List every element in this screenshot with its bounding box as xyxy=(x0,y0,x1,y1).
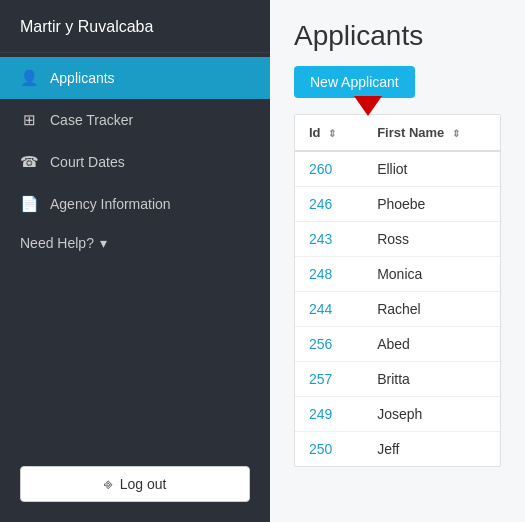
col-id-label: Id xyxy=(309,125,321,140)
sidebar: Martir y Ruvalcaba 👤 Applicants ⊞ Case T… xyxy=(0,0,270,522)
logout-icon: ⎆ xyxy=(104,476,112,492)
user-icon: 👤 xyxy=(20,69,38,87)
cell-first-name: Rachel xyxy=(363,292,500,327)
table-body: 260Elliot246Phoebe243Ross248Monica244Rac… xyxy=(295,151,500,466)
col-id[interactable]: Id ⇕ xyxy=(295,115,363,151)
logout-label: Log out xyxy=(120,476,167,492)
table-row: 256Abed xyxy=(295,327,500,362)
sort-icon: ⇕ xyxy=(328,128,336,139)
arrow-down-icon xyxy=(354,96,382,116)
main-content: Applicants New Applicant Id ⇕ First Name… xyxy=(270,0,525,522)
new-applicant-button[interactable]: New Applicant xyxy=(294,66,415,98)
cell-id[interactable]: 249 xyxy=(295,397,363,432)
cell-id[interactable]: 250 xyxy=(295,432,363,467)
cell-first-name: Abed xyxy=(363,327,500,362)
table-row: 248Monica xyxy=(295,257,500,292)
help-label: Need Help? xyxy=(20,235,94,251)
document-icon: 📄 xyxy=(20,195,38,213)
cell-first-name: Joseph xyxy=(363,397,500,432)
sidebar-item-label: Case Tracker xyxy=(50,112,133,128)
sidebar-item-label: Agency Information xyxy=(50,196,171,212)
cell-id[interactable]: 256 xyxy=(295,327,363,362)
sort-icon: ⇕ xyxy=(452,128,460,139)
applicants-table: Id ⇕ First Name ⇕ 260Elliot246Phoebe243R… xyxy=(295,115,500,466)
cell-id[interactable]: 246 xyxy=(295,187,363,222)
table-row: 243Ross xyxy=(295,222,500,257)
sidebar-bottom: ⎆ Log out xyxy=(0,450,270,522)
table-row: 249Joseph xyxy=(295,397,500,432)
cell-first-name: Elliot xyxy=(363,151,500,187)
cell-id[interactable]: 260 xyxy=(295,151,363,187)
chevron-down-icon: ▾ xyxy=(100,235,107,251)
sidebar-item-case-tracker[interactable]: ⊞ Case Tracker xyxy=(0,99,270,141)
phone-icon: ☎ xyxy=(20,153,38,171)
sidebar-item-court-dates[interactable]: ☎ Court Dates xyxy=(0,141,270,183)
cell-id[interactable]: 257 xyxy=(295,362,363,397)
table-row: 250Jeff xyxy=(295,432,500,467)
cell-first-name: Jeff xyxy=(363,432,500,467)
table-row: 246Phoebe xyxy=(295,187,500,222)
cell-first-name: Britta xyxy=(363,362,500,397)
table-row: 244Rachel xyxy=(295,292,500,327)
table-row: 260Elliot xyxy=(295,151,500,187)
cell-id[interactable]: 243 xyxy=(295,222,363,257)
sidebar-item-label: Applicants xyxy=(50,70,115,86)
sidebar-item-agency-info[interactable]: 📄 Agency Information xyxy=(0,183,270,225)
col-first-name[interactable]: First Name ⇕ xyxy=(363,115,500,151)
sidebar-item-label: Court Dates xyxy=(50,154,125,170)
cell-first-name: Monica xyxy=(363,257,500,292)
cell-first-name: Phoebe xyxy=(363,187,500,222)
grid-icon: ⊞ xyxy=(20,111,38,129)
applicants-table-container: Id ⇕ First Name ⇕ 260Elliot246Phoebe243R… xyxy=(294,114,501,467)
logout-button[interactable]: ⎆ Log out xyxy=(20,466,250,502)
cell-id[interactable]: 248 xyxy=(295,257,363,292)
sidebar-brand: Martir y Ruvalcaba xyxy=(0,0,270,53)
table-header-row: Id ⇕ First Name ⇕ xyxy=(295,115,500,151)
page-title: Applicants xyxy=(294,20,501,52)
sidebar-item-applicants[interactable]: 👤 Applicants xyxy=(0,57,270,99)
col-first-name-label: First Name xyxy=(377,125,444,140)
table-row: 257Britta xyxy=(295,362,500,397)
cell-id[interactable]: 244 xyxy=(295,292,363,327)
toolbar: New Applicant xyxy=(294,66,501,98)
cell-first-name: Ross xyxy=(363,222,500,257)
sidebar-help[interactable]: Need Help? ▾ xyxy=(0,225,270,261)
sidebar-nav: 👤 Applicants ⊞ Case Tracker ☎ Court Date… xyxy=(0,53,270,450)
